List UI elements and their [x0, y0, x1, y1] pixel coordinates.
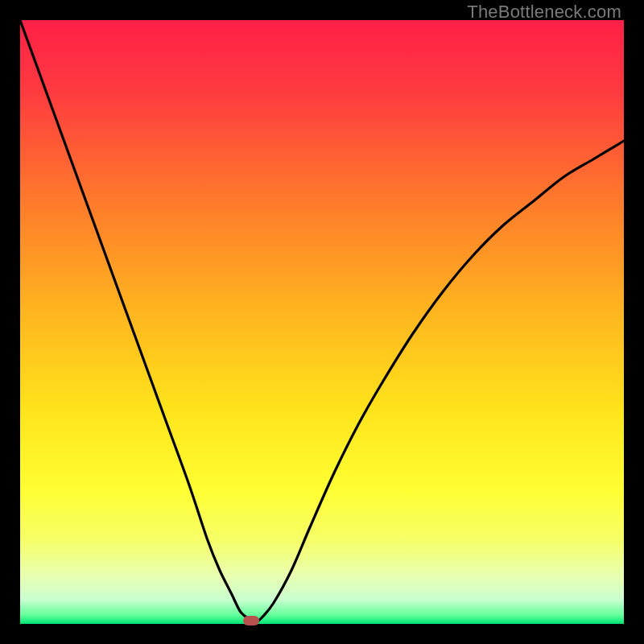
watermark-text: TheBottleneck.com	[467, 2, 621, 23]
gradient-background	[20, 20, 624, 624]
chart-frame	[20, 20, 624, 624]
chart-svg	[20, 20, 624, 624]
optimal-point-marker	[243, 616, 259, 625]
